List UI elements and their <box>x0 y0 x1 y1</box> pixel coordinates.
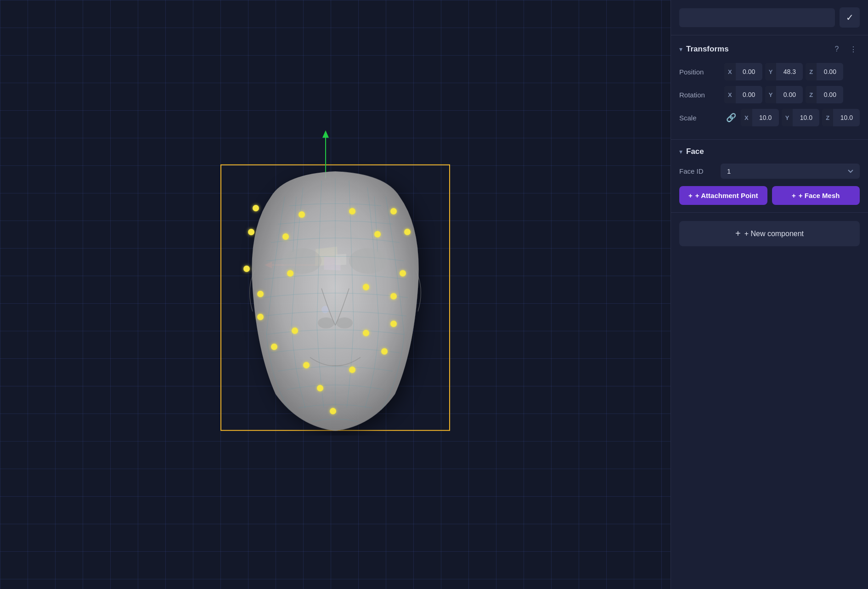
face-id-row: Face ID 1 2 3 <box>679 164 860 179</box>
landmark-dot <box>400 270 406 277</box>
landmark-dot <box>349 367 355 373</box>
landmark-dot <box>390 208 397 215</box>
svg-point-3 <box>336 317 353 328</box>
attachment-point-label: + Attachment Point <box>695 192 758 199</box>
face-mesh-label: + Face Mesh <box>799 192 840 199</box>
position-z-axis: Z <box>806 63 817 80</box>
transforms-chevron[interactable]: ▾ <box>679 45 682 53</box>
landmark-dot <box>317 385 323 391</box>
landmark-dot <box>363 330 369 336</box>
scale-y-value[interactable]: 10.0 <box>793 114 819 121</box>
position-z-field[interactable]: Z 0.00 <box>806 63 843 80</box>
3d-viewport[interactable] <box>0 0 671 589</box>
landmark-dot <box>271 344 277 350</box>
landmark-dot <box>374 231 381 238</box>
scale-x-axis: X <box>741 109 752 126</box>
landmark-dot <box>390 321 397 327</box>
face-mesh-plus-icon: + <box>792 192 796 199</box>
scale-label: Scale <box>679 114 721 122</box>
scale-x-field[interactable]: X 10.0 <box>741 109 779 126</box>
rotation-x-value[interactable]: 0.00 <box>736 91 762 98</box>
landmark-dot <box>349 208 355 215</box>
landmark-dot <box>381 348 388 355</box>
right-panel: Face ✓ ▾ Transforms ? ⋮ Position X 0.00 … <box>671 0 868 589</box>
transforms-title: Transforms <box>686 45 827 54</box>
scale-z-value[interactable]: 10.0 <box>833 114 860 121</box>
svg-point-2 <box>318 317 334 328</box>
landmark-dot <box>257 291 264 297</box>
rotation-label: Rotation <box>679 91 721 99</box>
rotation-fields: X 0.00 Y 0.00 Z 0.00 <box>724 86 860 103</box>
face-section-header: ▾ Face <box>679 147 860 156</box>
position-y-axis: Y <box>765 63 777 80</box>
transforms-more-icon[interactable]: ⋮ <box>847 43 860 56</box>
position-x-value[interactable]: 0.00 <box>736 68 762 75</box>
rotation-y-field[interactable]: Y 0.00 <box>765 86 803 103</box>
landmark-dot <box>404 229 411 235</box>
position-row: Position X 0.00 Y 48.3 Z 0.00 <box>679 63 860 80</box>
panel-header: Face ✓ <box>671 0 868 35</box>
scale-x-value[interactable]: 10.0 <box>752 114 779 121</box>
transforms-section: ▾ Transforms ? ⋮ Position X 0.00 Y 48.3 … <box>671 35 868 140</box>
rotation-z-value[interactable]: 0.00 <box>817 91 843 98</box>
landmark-dot <box>299 211 305 218</box>
rotation-row: Rotation X 0.00 Y 0.00 Z 0.00 <box>679 86 860 103</box>
landmark-dot <box>257 314 264 320</box>
landmark-dot <box>282 233 289 240</box>
scale-y-axis: Y <box>782 109 793 126</box>
landmark-dot <box>292 328 298 334</box>
transforms-help-icon[interactable]: ? <box>830 43 843 56</box>
new-component-label: + New component <box>744 230 804 238</box>
position-x-axis: X <box>724 63 736 80</box>
position-y-value[interactable]: 48.3 <box>776 68 803 75</box>
face-mesh-svg <box>225 160 445 436</box>
rotation-z-field[interactable]: Z 0.00 <box>806 86 843 103</box>
face-section-title: Face <box>686 147 860 156</box>
attachment-point-button[interactable]: + + Attachment Point <box>679 186 767 205</box>
landmark-dot <box>330 408 336 414</box>
rotation-y-value[interactable]: 0.00 <box>776 91 803 98</box>
svg-point-1 <box>349 248 388 274</box>
face-scene <box>211 137 459 440</box>
position-label: Position <box>679 68 721 76</box>
object-name-input[interactable]: Face <box>679 8 835 27</box>
new-component-button[interactable]: + + New component <box>679 221 860 246</box>
landmark-dot <box>243 266 250 272</box>
scale-lock-icon[interactable]: 🔗 <box>724 113 738 123</box>
transforms-section-header: ▾ Transforms ? ⋮ <box>679 43 860 56</box>
confirm-button[interactable]: ✓ <box>840 7 860 28</box>
rotation-z-axis: Z <box>806 86 817 103</box>
position-x-field[interactable]: X 0.00 <box>724 63 762 80</box>
landmark-dot <box>303 362 310 368</box>
landmark-dot <box>363 284 369 290</box>
face-id-label: Face ID <box>679 167 721 175</box>
position-z-value[interactable]: 0.00 <box>817 68 843 75</box>
face-action-buttons: + + Attachment Point + + Face Mesh <box>679 186 860 205</box>
scale-fields: 🔗 X 10.0 Y 10.0 Z 10.0 <box>724 109 860 126</box>
face-chevron[interactable]: ▾ <box>679 148 682 155</box>
scale-z-axis: Z <box>822 109 833 126</box>
rotation-x-field[interactable]: X 0.00 <box>724 86 762 103</box>
position-fields: X 0.00 Y 48.3 Z 0.00 <box>724 63 860 80</box>
landmark-dot <box>390 293 397 300</box>
new-component-plus-icon: + <box>735 228 741 239</box>
landmark-dot <box>253 205 259 211</box>
position-y-field[interactable]: Y 48.3 <box>765 63 803 80</box>
rotation-x-axis: X <box>724 86 736 103</box>
scale-z-field[interactable]: Z 10.0 <box>822 109 860 126</box>
landmark-dot <box>287 270 293 277</box>
face-section: ▾ Face Face ID 1 2 3 + + Attachment Poin… <box>671 140 868 213</box>
face-id-select[interactable]: 1 2 3 <box>721 164 860 179</box>
attachment-plus-icon: + <box>688 192 693 199</box>
face-mesh-button[interactable]: + + Face Mesh <box>772 186 860 205</box>
scale-row: Scale 🔗 X 10.0 Y 10.0 Z 10.0 <box>679 109 860 126</box>
scale-y-field[interactable]: Y 10.0 <box>782 109 820 126</box>
rotation-y-axis: Y <box>765 86 777 103</box>
landmark-dot <box>248 229 254 235</box>
